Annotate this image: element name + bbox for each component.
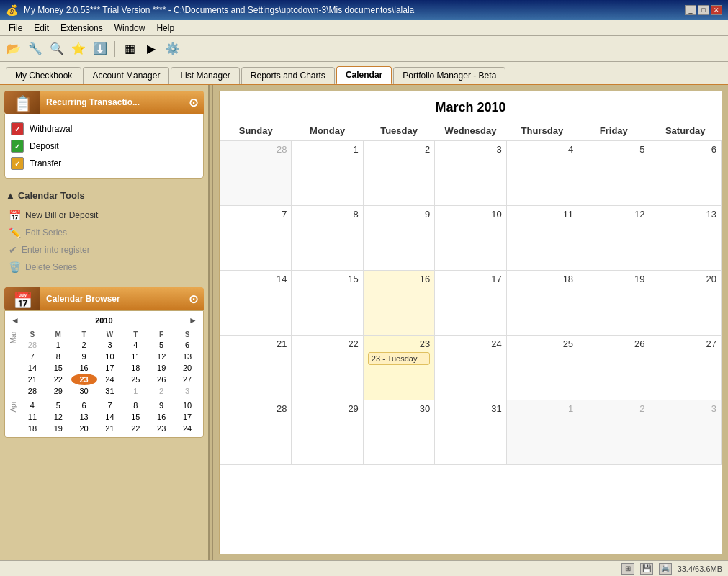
deposit-checkbox[interactable]: ✓ xyxy=(11,140,24,153)
cal-cell-w2-tue[interactable]: 9 xyxy=(363,206,434,271)
cal-cell-w5-tue[interactable]: 30 xyxy=(363,400,434,465)
tab-account-manager[interactable]: Account Manager xyxy=(83,67,169,84)
cal-cell-w2-mon[interactable]: 8 xyxy=(292,206,363,271)
menu-window[interactable]: Window xyxy=(109,22,151,35)
mini-cell[interactable]: 4 xyxy=(122,339,148,351)
cal-cell-w3-sat[interactable]: 20 xyxy=(650,271,721,336)
mini-cell[interactable]: 27 xyxy=(174,374,200,385)
mini-cell[interactable]: 25 xyxy=(122,374,148,385)
mini-cell[interactable]: 2 xyxy=(71,339,97,351)
mini-cell[interactable]: 19 xyxy=(45,423,71,434)
mini-cell[interactable]: 15 xyxy=(45,362,71,374)
mini-cell[interactable]: 1 xyxy=(122,385,148,397)
mini-cal-next[interactable]: ► xyxy=(189,315,197,325)
toolbar-search-button[interactable]: 🔍 xyxy=(48,40,66,58)
cal-cell-w1-mon[interactable]: 1 xyxy=(292,141,363,206)
status-btn-3[interactable]: 🖨️ xyxy=(659,563,672,575)
menu-file[interactable]: File xyxy=(3,22,28,35)
menu-edit[interactable]: Edit xyxy=(28,22,55,35)
toolbar-bookmark-button[interactable]: ⭐ xyxy=(69,40,88,58)
tool-new-bill-deposit[interactable]: 📅 New Bill or Deposit xyxy=(6,207,202,224)
mini-cell[interactable]: 21 xyxy=(97,423,123,434)
status-btn-2[interactable]: 💾 xyxy=(640,563,653,575)
mini-cell[interactable]: 17 xyxy=(174,411,200,423)
mini-cell[interactable]: 13 xyxy=(174,351,200,362)
mini-cell[interactable]: 8 xyxy=(45,351,71,362)
cal-cell-w4-fri[interactable]: 26 xyxy=(578,336,650,400)
transfer-checkbox[interactable]: ✓ xyxy=(11,157,24,170)
cal-cell-w3-thu[interactable]: 18 xyxy=(506,271,578,336)
mini-cell[interactable]: 2 xyxy=(148,385,174,397)
cal-cell-w2-thu[interactable]: 11 xyxy=(506,206,578,271)
mini-cell[interactable]: 31 xyxy=(97,385,123,397)
mini-cell[interactable]: 20 xyxy=(71,423,97,434)
status-btn-1[interactable]: ⊞ xyxy=(621,563,634,575)
mini-cell[interactable]: 3 xyxy=(174,385,200,397)
recurring-deposit[interactable]: ✓ Deposit xyxy=(11,138,197,155)
mini-cell[interactable]: 1 xyxy=(45,339,71,351)
cal-cell-w3-sun[interactable]: 14 xyxy=(220,271,292,336)
mini-cell[interactable]: 5 xyxy=(45,400,71,411)
cal-cell-w5-wed[interactable]: 31 xyxy=(435,400,506,465)
cal-cell-w2-wed[interactable]: 10 xyxy=(435,206,506,271)
cal-cell-w2-sun[interactable]: 7 xyxy=(220,206,292,271)
mini-cell[interactable]: 18 xyxy=(19,423,45,434)
mini-cell[interactable]: 8 xyxy=(122,400,148,411)
toolbar-grid-button[interactable]: ▦ xyxy=(120,40,139,58)
mini-cell[interactable]: 5 xyxy=(148,339,174,351)
mini-cell[interactable]: 9 xyxy=(148,400,174,411)
cal-cell-today[interactable]: 23 23 - Tuesday xyxy=(363,336,434,400)
mini-cell-today[interactable]: 23 xyxy=(71,374,97,385)
toolbar-tools-button[interactable]: 🔧 xyxy=(26,40,45,58)
mini-cell[interactable]: 16 xyxy=(148,411,174,423)
cal-cell-w2-sat[interactable]: 13 xyxy=(650,206,721,271)
mini-cell[interactable]: 4 xyxy=(19,400,45,411)
tab-portfolio-manager[interactable]: Portfolio Manager - Beta xyxy=(393,67,505,84)
mini-cell[interactable]: 16 xyxy=(71,362,97,374)
mini-cell[interactable]: 20 xyxy=(174,362,200,374)
browser-collapse-icon[interactable]: ⊙ xyxy=(189,292,198,306)
mini-cell[interactable]: 13 xyxy=(71,411,97,423)
toolbar-terminal-button[interactable]: ▶ xyxy=(142,40,161,58)
tab-list-manager[interactable]: List Manager xyxy=(171,67,239,84)
mini-cell[interactable]: 28 xyxy=(19,385,45,397)
cal-cell-w1-fri[interactable]: 5 xyxy=(578,141,650,206)
toolbar-download-button[interactable]: ⬇️ xyxy=(91,40,109,58)
cal-cell-w1-tue[interactable]: 2 xyxy=(363,141,434,206)
mini-cell[interactable]: 15 xyxy=(122,411,148,423)
mini-cell[interactable]: 30 xyxy=(71,385,97,397)
toolbar-open-button[interactable]: 📂 xyxy=(4,40,23,58)
recurring-withdrawal[interactable]: ✓ Withdrawal xyxy=(11,120,197,138)
menu-extensions[interactable]: Extensions xyxy=(55,22,109,35)
mini-cell[interactable]: 10 xyxy=(97,351,123,362)
mini-cell[interactable]: 19 xyxy=(148,362,174,374)
mini-cell[interactable]: 14 xyxy=(97,411,123,423)
cal-cell-w4-wed[interactable]: 24 xyxy=(435,336,506,400)
mini-cell[interactable]: 11 xyxy=(19,411,45,423)
withdrawal-checkbox[interactable]: ✓ xyxy=(11,122,24,135)
mini-cell[interactable]: 23 xyxy=(148,423,174,434)
close-button[interactable]: ✕ xyxy=(711,5,722,15)
mini-cell[interactable]: 12 xyxy=(148,351,174,362)
sidebar-splitter[interactable] xyxy=(209,85,213,560)
cal-cell-w5-fri[interactable]: 2 xyxy=(578,400,650,465)
cal-cell-w1-wed[interactable]: 3 xyxy=(435,141,506,206)
menu-help[interactable]: Help xyxy=(150,22,180,35)
cal-cell-w1-sat[interactable]: 6 xyxy=(650,141,721,206)
mini-cell[interactable]: 3 xyxy=(97,339,123,351)
cal-cell-w4-sat[interactable]: 27 xyxy=(650,336,721,400)
recurring-collapse-icon[interactable]: ⊙ xyxy=(189,96,198,109)
mini-cell[interactable]: 18 xyxy=(122,362,148,374)
cal-cell-w4-thu[interactable]: 25 xyxy=(506,336,578,400)
cal-cell-w1-thu[interactable]: 4 xyxy=(506,141,578,206)
mini-cell[interactable]: 28 xyxy=(19,339,45,351)
cal-cell-w5-sat[interactable]: 3 xyxy=(650,400,721,465)
cal-cell-w3-tue[interactable]: 16 xyxy=(363,271,434,336)
cal-cell-w4-sun[interactable]: 21 xyxy=(220,336,292,400)
calendar-tools-header[interactable]: ▲ Calendar Tools xyxy=(4,187,204,204)
cal-cell-w5-thu[interactable]: 1 xyxy=(506,400,578,465)
mini-cell[interactable]: 17 xyxy=(97,362,123,374)
maximize-button[interactable]: □ xyxy=(698,5,709,15)
tab-reports-charts[interactable]: Reports and Charts xyxy=(241,67,335,84)
recurring-transfer[interactable]: ✓ Transfer xyxy=(11,155,197,172)
